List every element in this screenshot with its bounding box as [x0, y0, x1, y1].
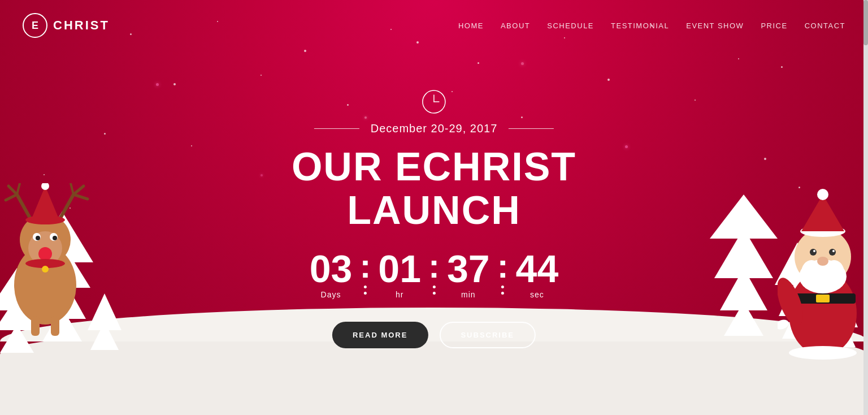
- logo-letter: E: [32, 20, 38, 32]
- svg-line-31: [6, 194, 17, 200]
- seconds-label: sec: [530, 290, 544, 299]
- svg-rect-61: [816, 295, 830, 302]
- svg-point-24: [38, 247, 52, 261]
- nav-link-testimonial[interactable]: TESTIMONIAL: [611, 21, 669, 30]
- svg-point-41: [42, 266, 49, 273]
- countdown-seconds: 44 sec: [516, 249, 559, 299]
- svg-line-32: [17, 183, 20, 194]
- nav-link-contact[interactable]: CONTACT: [805, 21, 845, 30]
- hero-title: OUR ECHRIST LAUNCH: [292, 145, 576, 232]
- nav-item-event-show[interactable]: EVENT SHOW: [686, 20, 744, 31]
- santa-character: [778, 189, 868, 358]
- svg-point-39: [41, 183, 49, 190]
- svg-point-27: [36, 236, 40, 240]
- nav-item-testimonial[interactable]: TESTIMONIAL: [611, 20, 669, 31]
- logo[interactable]: E CHRIST: [23, 13, 110, 38]
- minutes-label: min: [461, 290, 476, 299]
- svg-marker-15: [710, 194, 778, 239]
- nav-item-schedule[interactable]: SCHEDULE: [547, 20, 594, 31]
- date-line: December 20-29, 2017: [292, 122, 576, 135]
- svg-point-52: [817, 257, 828, 266]
- svg-point-55: [813, 250, 815, 252]
- svg-point-59: [817, 189, 828, 200]
- reindeer-character: [0, 183, 102, 341]
- svg-line-35: [73, 194, 88, 199]
- svg-point-45: [789, 346, 857, 360]
- hero-buttons: READ MORE SUBSCRIBE: [292, 322, 576, 348]
- countdown-sep-2: :: [424, 249, 444, 295]
- nav-item-contact[interactable]: CONTACT: [805, 20, 845, 31]
- scrollbar[interactable]: [863, 0, 868, 415]
- svg-marker-38: [31, 186, 59, 220]
- countdown-sep-1: :: [355, 249, 375, 295]
- svg-point-54: [829, 249, 836, 256]
- hero-title-line1: OUR ECHRIST: [292, 145, 576, 189]
- countdown: 03 Days : 01 hr : 37 min :: [292, 249, 576, 299]
- nav-link-event-show[interactable]: EVENT SHOW: [686, 21, 744, 30]
- hero-content: December 20-29, 2017 OUR ECHRIST LAUNCH …: [292, 89, 576, 348]
- nav-item-about[interactable]: ABOUT: [501, 20, 530, 31]
- minutes-number: 37: [447, 249, 490, 288]
- days-number: 03: [310, 249, 353, 288]
- hours-label: hr: [396, 290, 403, 299]
- hours-number: 01: [378, 249, 421, 288]
- logo-circle: E: [23, 13, 47, 38]
- svg-line-36: [71, 183, 73, 194]
- date-line-right: [509, 128, 554, 129]
- countdown-sep-3: :: [493, 249, 513, 295]
- nav-links: HOME ABOUT SCHEDULE TESTIMONIAL EVENT SH…: [458, 20, 845, 31]
- date-line-left: [314, 128, 359, 129]
- seconds-number: 44: [516, 249, 559, 288]
- nav-link-schedule[interactable]: SCHEDULE: [547, 21, 594, 30]
- countdown-hours: 01 hr: [378, 249, 421, 299]
- svg-line-30: [8, 186, 17, 194]
- event-date: December 20-29, 2017: [371, 122, 498, 135]
- navbar: E CHRIST HOME ABOUT SCHEDULE TESTIMONIAL…: [0, 0, 868, 51]
- svg-point-53: [810, 249, 817, 256]
- nav-item-home[interactable]: HOME: [458, 20, 484, 31]
- hero-title-line2: LAUNCH: [347, 188, 521, 232]
- clock-icon: [292, 89, 576, 116]
- svg-rect-43: [51, 316, 59, 336]
- days-label: Days: [321, 290, 341, 299]
- svg-point-56: [832, 250, 835, 252]
- nav-link-price[interactable]: PRICE: [761, 21, 787, 30]
- svg-point-63: [778, 318, 790, 331]
- svg-line-29: [17, 194, 31, 220]
- logo-brand: CHRIST: [53, 18, 110, 33]
- subscribe-button[interactable]: SUBSCRIBE: [439, 322, 536, 348]
- countdown-minutes: 37 min: [447, 249, 490, 299]
- svg-line-34: [73, 186, 84, 194]
- scrollbar-thumb[interactable]: [863, 0, 868, 45]
- countdown-days: 03 Days: [310, 249, 353, 299]
- svg-rect-42: [31, 316, 40, 336]
- nav-link-home[interactable]: HOME: [458, 21, 484, 30]
- hero-section: E CHRIST HOME ABOUT SCHEDULE TESTIMONIAL…: [0, 0, 868, 415]
- nav-item-price[interactable]: PRICE: [761, 20, 787, 31]
- nav-link-about[interactable]: ABOUT: [501, 21, 530, 30]
- read-more-button[interactable]: READ MORE: [332, 322, 428, 348]
- svg-point-28: [53, 236, 57, 240]
- svg-line-33: [59, 194, 73, 220]
